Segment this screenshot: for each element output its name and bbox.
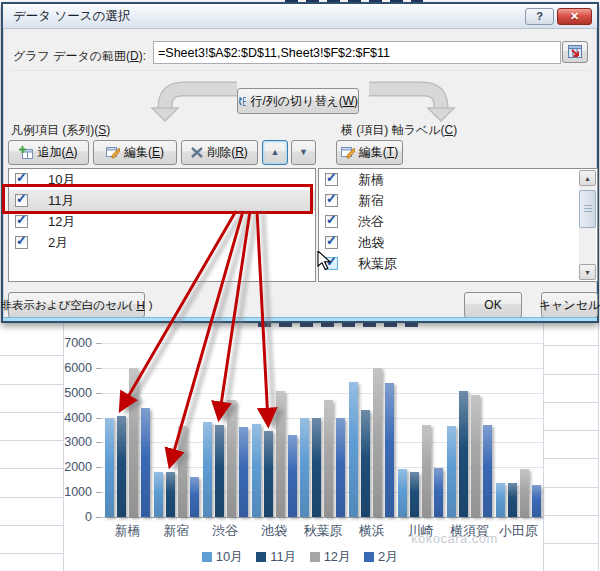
legend-label: 12月	[324, 548, 351, 566]
bar	[288, 435, 297, 517]
category-list-item[interactable]: ✓秋葉原	[319, 253, 597, 274]
chart-legend: 10月11月12月2月	[100, 548, 500, 566]
switch-row-column-button[interactable]: 行/列の切り替え(W)	[237, 88, 359, 114]
bar	[385, 383, 394, 517]
y-axis-tick	[96, 492, 102, 493]
switch-row-column-label: 行/列の切り替え(W)	[250, 93, 358, 110]
bar-group	[201, 343, 250, 517]
legend-swatch	[256, 552, 266, 562]
legend-label: 2月	[378, 548, 398, 566]
check-icon: ✓	[16, 171, 27, 184]
bar	[166, 472, 175, 517]
bar	[508, 483, 517, 517]
delete-series-button[interactable]: 削除(R)	[181, 140, 258, 165]
checkbox[interactable]: ✓	[15, 236, 28, 249]
y-axis-tick	[96, 467, 102, 468]
section-divider	[11, 70, 589, 71]
bar	[361, 410, 370, 517]
bar	[336, 418, 345, 517]
category-rows: ✓新橋✓新宿✓渋谷✓池袋✓秋葉原	[319, 169, 597, 274]
bar	[239, 427, 248, 517]
series-item-label: 12月	[48, 213, 75, 231]
x-axis-label: 池袋	[250, 522, 299, 540]
checkbox[interactable]: ✓	[325, 215, 338, 228]
check-icon: ✓	[326, 234, 337, 247]
scrollbar-thumb[interactable]	[579, 190, 596, 228]
add-icon	[19, 146, 33, 159]
y-axis-tick	[96, 418, 102, 419]
up-arrow-icon: ▲	[271, 148, 280, 157]
bar	[227, 400, 236, 517]
category-list-item[interactable]: ✓池袋	[319, 232, 597, 253]
bar-group	[347, 343, 396, 517]
edit-series-label: 編集(E)	[124, 144, 164, 161]
check-icon: ✓	[16, 213, 27, 226]
edit-series-button[interactable]: 編集(E)	[93, 140, 177, 165]
bar	[496, 483, 505, 517]
bar	[324, 400, 333, 517]
bar-group	[152, 343, 201, 517]
bar-group	[445, 343, 494, 517]
scrollbar[interactable]: ▲ ▼	[579, 170, 596, 280]
checkbox[interactable]: ✓	[325, 194, 338, 207]
move-up-button[interactable]: ▲	[262, 140, 288, 165]
add-series-button[interactable]: 追加(A)	[8, 140, 89, 165]
select-data-source-dialog: データ ソースの選択 ? ✕ グラフ データの範囲(D):	[1, 2, 599, 323]
edit-categories-label: 編集(T)	[359, 144, 398, 161]
mouse-cursor	[317, 251, 333, 273]
bar	[483, 425, 492, 517]
bar	[215, 425, 224, 517]
check-icon: ✓	[326, 192, 337, 205]
bar	[178, 426, 187, 517]
bar	[190, 477, 199, 517]
hidden-empty-cells-button[interactable]: 非表示および空白のセル(H)	[8, 292, 145, 318]
y-axis-tick	[96, 517, 102, 518]
highlight-rectangle	[2, 184, 313, 214]
bar	[300, 418, 309, 517]
category-list-item[interactable]: ✓新宿	[319, 190, 597, 211]
range-picker-button[interactable]	[562, 41, 588, 63]
dialog-bottom-accent	[3, 317, 597, 321]
dialog-titlebar[interactable]: データ ソースの選択 ? ✕	[3, 4, 597, 29]
bar	[434, 468, 443, 517]
close-button[interactable]: ✕	[557, 8, 592, 25]
ok-button[interactable]: OK	[464, 292, 522, 318]
checkbox[interactable]: ✓	[325, 236, 338, 249]
move-down-button[interactable]: ▼	[291, 140, 316, 165]
legend-swatch	[310, 552, 320, 562]
chart-range-label: グラフ データの範囲(D):	[13, 48, 146, 65]
chart-range-input[interactable]	[153, 41, 561, 64]
series-list-item[interactable]: ✓12月	[9, 211, 315, 232]
bar	[422, 425, 431, 517]
category-list-item[interactable]: ✓渋谷	[319, 211, 597, 232]
bar	[471, 395, 480, 517]
legend-item: 2月	[364, 548, 398, 566]
scrollbar-grip-icon	[584, 205, 592, 214]
down-arrow-icon: ▼	[299, 148, 308, 157]
y-axis-tick	[96, 442, 102, 443]
bar-group	[396, 343, 445, 517]
help-button[interactable]: ?	[525, 8, 554, 25]
scrollbar-down-button[interactable]: ▼	[579, 264, 596, 280]
bar	[117, 416, 126, 517]
bar	[312, 418, 321, 517]
scrollbar-up-button[interactable]: ▲	[579, 170, 596, 186]
checkbox[interactable]: ✓	[15, 215, 28, 228]
category-list-item[interactable]: ✓新橋	[319, 169, 597, 190]
checkbox[interactable]: ✓	[325, 173, 338, 186]
bar	[459, 391, 468, 517]
series-list-item[interactable]: ✓2月	[9, 232, 315, 253]
bar-group	[494, 343, 543, 517]
check-icon: ✓	[326, 213, 337, 226]
bar	[276, 391, 285, 517]
y-axis-label: 5000	[54, 386, 92, 400]
cancel-button[interactable]: キャンセル	[541, 292, 598, 318]
switch-row-column-icon	[238, 95, 246, 108]
bar	[410, 472, 419, 517]
legend-item: 10月	[202, 548, 243, 566]
legend-item: 12月	[310, 548, 351, 566]
category-item-label: 秋葉原	[358, 255, 397, 273]
y-axis-label: 7000	[54, 336, 92, 350]
legend-swatch	[202, 552, 212, 562]
edit-categories-button[interactable]: 編集(T)	[336, 140, 403, 165]
